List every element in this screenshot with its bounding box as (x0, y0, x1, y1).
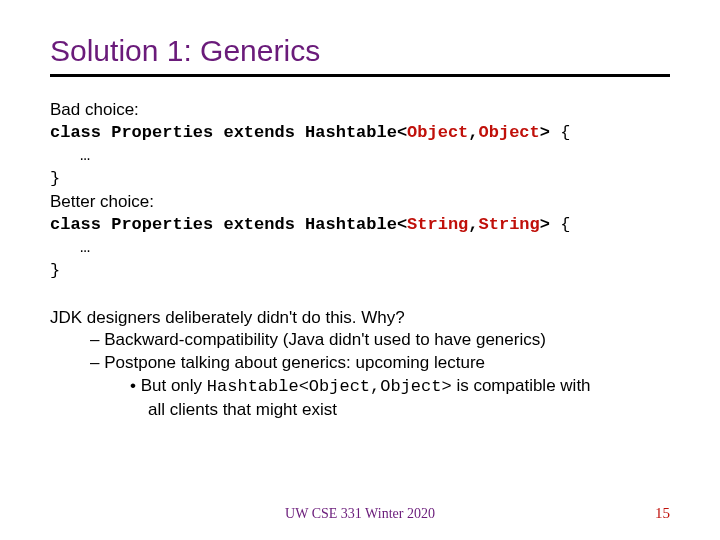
code-ellipsis: … (50, 145, 670, 168)
footer-text: UW CSE 331 Winter 2020 (0, 506, 720, 522)
slide-title: Solution 1: Generics (50, 34, 670, 68)
bad-choice-label: Bad choice: (50, 99, 670, 122)
brace-close-2: } (50, 260, 670, 283)
bad-code-line: class Properties extends Hashtable<Objec… (50, 122, 670, 145)
better-code-line: class Properties extends Hashtable<Strin… (50, 214, 670, 237)
kw-extends: extends (223, 123, 294, 142)
comma-2: , (468, 215, 478, 234)
page-number: 15 (655, 505, 670, 522)
slide-body: Bad choice: class Properties extends Has… (50, 99, 670, 422)
brace-open-2: { (550, 215, 570, 234)
title-underline (50, 74, 670, 77)
angle-open-2: < (397, 215, 407, 234)
jdk-line: JDK designers deliberately didn't do thi… (50, 307, 670, 330)
better-choice-label: Better choice: (50, 191, 670, 214)
type-object-1: Object (407, 123, 468, 142)
bullet3-code: Hashtable<Object,Object> (207, 377, 452, 396)
kw-class: class (50, 123, 101, 142)
brace-close: } (50, 168, 670, 191)
angle-close-2: > (540, 215, 550, 234)
bullet3-post: is compatible with (452, 376, 591, 395)
classname-properties: Properties (111, 123, 213, 142)
kw-class-2: class (50, 215, 101, 234)
type-string-2: String (479, 215, 540, 234)
bullet-postpone: – Postpone talking about generics: upcom… (50, 352, 670, 375)
angle-close: > (540, 123, 550, 142)
bullet-backward-compat: – Backward-compatibility (Java didn't us… (50, 329, 670, 352)
brace-open: { (550, 123, 570, 142)
bullet-but-only-cont: all clients that might exist (50, 399, 670, 422)
code-ellipsis-2: … (50, 237, 670, 260)
type-string-1: String (407, 215, 468, 234)
classname-hashtable: Hashtable (305, 123, 397, 142)
kw-extends-2: extends (223, 215, 294, 234)
type-object-2: Object (479, 123, 540, 142)
classname-properties-2: Properties (111, 215, 213, 234)
bullet3-pre: • But only (130, 376, 207, 395)
classname-hashtable-2: Hashtable (305, 215, 397, 234)
comma: , (468, 123, 478, 142)
angle-open: < (397, 123, 407, 142)
bullet-but-only: • But only Hashtable<Object,Object> is c… (50, 375, 670, 399)
